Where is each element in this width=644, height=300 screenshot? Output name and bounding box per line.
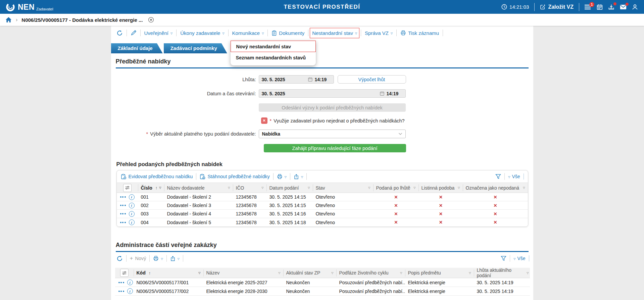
home-icon[interactable]	[5, 17, 12, 23]
menu-tisk-zaznamu[interactable]: Tisk záznamu	[400, 30, 439, 36]
filter-triangle-icon[interactable]: ▽	[523, 186, 525, 189]
print-table-button[interactable]: ▽	[277, 174, 287, 179]
edit-button[interactable]	[131, 30, 137, 36]
filter-triangle-icon[interactable]: ▽	[368, 186, 370, 189]
filter-triangle-icon[interactable]: ▽	[331, 271, 333, 274]
row-actions-icon[interactable]	[120, 213, 126, 214]
info-icon[interactable]: i	[129, 211, 135, 217]
close-tab-icon[interactable]	[148, 17, 154, 23]
create-vz-button[interactable]: Založit VZ	[540, 4, 574, 10]
inbox-download-button[interactable]	[608, 4, 614, 10]
col-header-datum-podani[interactable]: Datum podání▽	[267, 184, 313, 191]
vypocet-lhut-button[interactable]: Výpočet lhůt	[338, 75, 406, 84]
share-export-icon	[294, 174, 299, 180]
view-all-selector[interactable]: ▽Vše	[508, 174, 520, 179]
divider	[290, 173, 290, 180]
filter-triangle-icon[interactable]: ▽	[308, 186, 310, 189]
menu-uverejneni[interactable]: Uveřejnění▽	[144, 30, 173, 36]
info-icon[interactable]: i	[127, 288, 133, 294]
menu-sprava-vz[interactable]: Správa VZ▽	[365, 30, 393, 36]
info-icon[interactable]: i	[129, 219, 135, 225]
row-actions-icon[interactable]	[118, 282, 124, 283]
col-header-cislo[interactable]: Číslo↑▽	[138, 184, 164, 191]
dropdown-item-seznam-nestandardnich-stavu[interactable]: Seznam nestandardních stavů	[231, 52, 316, 63]
column-config-icon[interactable]	[120, 269, 129, 277]
tab-zakladni-udaje[interactable]: Základní údaje	[111, 43, 163, 53]
filter-triangle-icon[interactable]: ▽	[228, 186, 230, 189]
filter-funnel-icon[interactable]	[501, 256, 506, 261]
col-header-kod[interactable]: Kód↑▽	[134, 269, 204, 277]
table-row[interactable]: i 004 Dodavatel - školení 5 12345678 30.…	[117, 218, 528, 227]
menu-ukony-zadavatele[interactable]: Úkony zadavatele▽	[180, 30, 224, 36]
column-config-icon[interactable]	[123, 184, 132, 192]
stahnout-nabidky-button[interactable]: Stáhnout předběžné nabídky	[200, 174, 269, 180]
table1-filter-controls: ▽Vše	[495, 173, 524, 180]
odeslani-vyzvy-button-disabled: Odeslání výzvy k podání předběžných nabí…	[259, 103, 406, 112]
col-header-nazev-dodavatele[interactable]: Název dodavatele▽	[164, 184, 233, 191]
zahajit-pripravu-button[interactable]: Zahájit přípravu následující fáze podání	[264, 144, 406, 152]
row-actions-icon[interactable]	[120, 196, 126, 198]
evidovat-nabidku-button[interactable]: Evidovat předběžnou nabídku	[121, 174, 193, 180]
filter-triangle-icon[interactable]: ▽	[458, 186, 460, 189]
filter-triangle-icon[interactable]: ▽	[278, 271, 280, 274]
tasks-menu-button[interactable]: 1	[585, 4, 591, 10]
filter-triangle-icon[interactable]: ▽	[527, 271, 529, 274]
table-row[interactable]: i N006/25/V00005177/002 Elektrická energ…	[115, 287, 530, 296]
col-header-lhuta-podani[interactable]: Lhůta aktuálního podání▽	[474, 269, 530, 277]
export-table-button[interactable]: ▽	[294, 174, 303, 180]
record-detail-panel: Uveřejnění▽ Úkony zadavatele▽ Komunikace…	[111, 26, 533, 300]
refresh-table2-button[interactable]	[116, 255, 123, 262]
filter-triangle-icon[interactable]: ▽	[261, 186, 263, 189]
otevirani-datetime-field[interactable]: 30. 5. 2025 14:19	[259, 89, 406, 98]
menu-komunikace[interactable]: Komunikace▽	[232, 30, 264, 36]
table-row[interactable]: i 003 Dodavatel - školení 4 12345678 30.…	[117, 210, 528, 218]
info-icon[interactable]: i	[129, 203, 135, 208]
menu-nestandardni-stav[interactable]: Nestandardní stav▽	[310, 28, 359, 38]
info-icon[interactable]: i	[127, 280, 133, 285]
lhuta-datetime-field[interactable]: 30. 5. 2025 14:19	[259, 75, 334, 84]
col-header-stav[interactable]: Stav▽	[313, 184, 374, 191]
dropdown-item-novy-nestandardni-stav[interactable]: Nový nestandardní stav	[231, 41, 316, 52]
filter-triangle-icon[interactable]: ▽	[198, 271, 200, 274]
mail-button[interactable]	[620, 4, 627, 10]
divider	[126, 255, 127, 262]
col-header-podfaze[interactable]: Podfáze životního cyklu▽	[337, 269, 405, 277]
cell-stav: Otevřeno	[313, 194, 374, 200]
tab-zadavaci-podminky[interactable]: Zadávací podmínky	[164, 43, 227, 53]
col-header-popis[interactable]: Popis předmětu▽	[405, 269, 474, 277]
col-header-podana-po-lhute[interactable]: Podaná po lhůtě▽	[374, 184, 419, 191]
col-header-listinna-podoba[interactable]: Listinná podoba▽	[419, 184, 463, 191]
row-actions-icon[interactable]	[118, 291, 124, 292]
view-all-selector[interactable]: ▽Vše	[513, 256, 525, 261]
typ-podani-selected-value: Nabídka	[262, 131, 398, 137]
filter-triangle-icon[interactable]: ▽	[400, 271, 402, 274]
calendar-button[interactable]	[597, 4, 603, 10]
table-row[interactable]: i 001 Dodavatel - školení 2 12345678 30.…	[117, 193, 528, 201]
col-header-nazev[interactable]: Název▽	[204, 269, 284, 277]
nen-logo[interactable]: NEN Zadavatel	[5, 2, 53, 12]
filter-triangle-icon[interactable]: ▽	[469, 271, 471, 274]
row-actions-icon[interactable]	[120, 205, 126, 206]
command-toolbar: Uveřejnění▽ Úkony zadavatele▽ Komunikace…	[111, 26, 533, 40]
user-button[interactable]	[632, 4, 638, 10]
table2-toolbar: + Nový ▽ ▽ ▽Vše	[111, 252, 533, 264]
divider	[306, 173, 307, 180]
filter-funnel-icon[interactable]	[495, 174, 501, 179]
menu-dokumenty[interactable]: Dokumenty	[271, 30, 304, 36]
col-header-ico[interactable]: IČO▽	[233, 184, 267, 191]
table-row[interactable]: i 002 Dodavatel - školení 3 12345678 30.…	[117, 201, 528, 210]
typ-podani-select[interactable]: Nabídka	[259, 130, 406, 138]
info-icon[interactable]: i	[129, 194, 135, 200]
col-header-aktualni-stav[interactable]: Aktuální stav ZP▽	[284, 269, 337, 277]
col-header-oznacena-jako-nepodana[interactable]: Označena jako nepodaná▽	[463, 184, 528, 191]
divider	[166, 255, 167, 262]
filter-triangle-icon[interactable]: ▽	[413, 186, 415, 189]
filter-triangle-icon[interactable]: ▽	[159, 186, 161, 189]
print-table2-button[interactable]: ▽	[153, 256, 163, 261]
nestandardni-stav-dropdown: Nový nestandardní stav Seznam nestandard…	[231, 41, 316, 65]
refresh-button[interactable]	[116, 30, 123, 36]
table-row[interactable]: i N006/25/V00005177/001 Elektrická energ…	[115, 278, 530, 287]
export-table2-button[interactable]: ▽	[170, 256, 180, 261]
open-record-tab[interactable]: N006/25/V00005177 - Dodávka elektrické e…	[21, 17, 143, 23]
row-actions-icon[interactable]	[120, 222, 126, 223]
